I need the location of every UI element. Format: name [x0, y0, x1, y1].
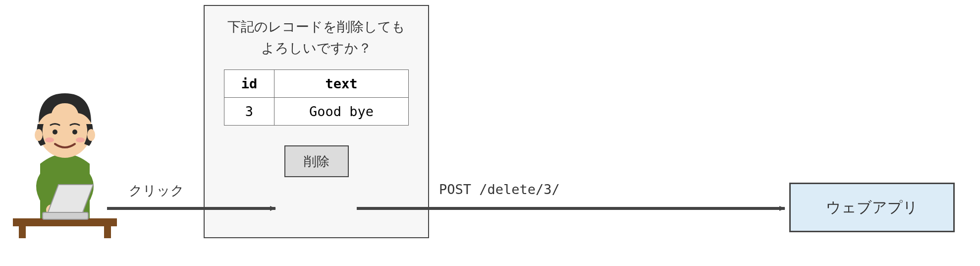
svg-point-6: [35, 129, 43, 141]
confirm-delete-dialog: 下記のレコードを削除しても よろしいですか？ id text 3 Good by…: [204, 5, 429, 238]
table-row: 3 Good bye: [224, 98, 409, 126]
col-text-header: text: [274, 70, 409, 98]
svg-point-10: [45, 137, 54, 142]
svg-rect-12: [43, 212, 88, 219]
cell-id: 3: [224, 98, 274, 126]
diagram-stage: 下記のレコードを削除しても よろしいですか？ id text 3 Good by…: [0, 0, 980, 266]
label-request: POST /delete/3/: [438, 182, 561, 197]
dialog-title-line1: 下記のレコードを削除しても: [227, 19, 405, 34]
user-at-laptop-icon: [13, 84, 117, 238]
svg-rect-2: [104, 226, 111, 238]
delete-button[interactable]: 削除: [284, 145, 349, 177]
col-id-header: id: [224, 70, 274, 98]
dialog-title: 下記のレコードを削除しても よろしいですか？: [215, 16, 418, 59]
svg-point-8: [53, 130, 57, 134]
webapp-label: ウェブアプリ: [826, 198, 918, 218]
record-table: id text 3 Good bye: [224, 69, 409, 126]
cell-text: Good bye: [274, 98, 409, 126]
dialog-title-line2: よろしいですか？: [261, 40, 372, 56]
svg-point-11: [76, 137, 85, 142]
svg-point-9: [72, 130, 77, 134]
webapp-box: ウェブアプリ: [789, 183, 955, 232]
svg-point-7: [87, 129, 95, 141]
label-click: クリック: [128, 182, 185, 200]
table-header-row: id text: [224, 70, 409, 98]
svg-rect-1: [19, 226, 26, 238]
